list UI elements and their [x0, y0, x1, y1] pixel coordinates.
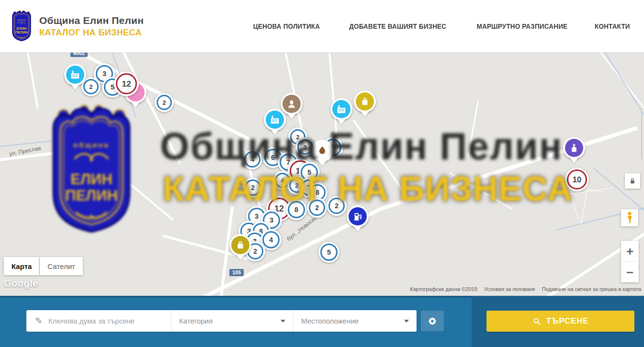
advanced-search-button[interactable]: [421, 311, 444, 331]
site-header: Община Елин Пелин КАТАЛОГ НА БИЗНЕСА ЦЕН…: [0, 0, 644, 53]
map-cluster-marker[interactable]: 2: [155, 93, 174, 112]
cluster-count: 3: [102, 70, 106, 78]
map-cluster-marker[interactable]: 2: [327, 196, 347, 216]
map-cluster-marker[interactable]: 2: [307, 198, 327, 218]
cluster-count: 2: [251, 184, 255, 191]
zoom-control: + −: [621, 241, 639, 282]
pin-category-icon: [282, 95, 301, 113]
keyword-input[interactable]: [48, 317, 171, 325]
lock-button[interactable]: [625, 173, 640, 189]
road-badge: 105: [229, 269, 244, 276]
pencil-icon: ✎: [35, 315, 43, 326]
municipality-crest-icon: [11, 10, 33, 43]
cluster-count: 2: [335, 202, 339, 210]
map-cluster-marker[interactable]: 10: [565, 168, 589, 191]
nav-item[interactable]: КОНТАКТИ: [595, 22, 630, 30]
pin-category-icon: [313, 142, 331, 160]
cluster-count: 6: [271, 154, 275, 161]
map-pin-marker[interactable]: [347, 205, 369, 227]
pin-category-icon: [349, 207, 367, 225]
google-logo: Google: [4, 278, 38, 289]
category-label: Категория: [179, 317, 213, 325]
cluster-count: 2: [295, 182, 298, 189]
main-nav: ЦЕНОВА ПОЛИТИКАДОБАВЕТЕ ВАШИЯТ БИЗНЕСМАР…: [249, 0, 632, 52]
pin-category-icon: [356, 92, 374, 111]
map-cluster-marker[interactable]: 2: [243, 178, 263, 198]
map-pin-marker[interactable]: [354, 90, 376, 112]
map-cluster-marker[interactable]: 5: [318, 242, 339, 263]
attribution-link[interactable]: Картографски данни ©2019: [410, 286, 477, 292]
cluster-count: 3: [270, 216, 273, 224]
site-logo[interactable]: Община Елин Пелин КАТАЛОГ НА БИЗНЕСА: [11, 10, 144, 43]
map-pin-marker[interactable]: [64, 64, 86, 86]
cluster-count: 4: [269, 236, 273, 244]
zoom-out-button[interactable]: −: [621, 262, 639, 282]
cluster-count: 5: [327, 248, 331, 256]
zoom-in-button[interactable]: +: [621, 241, 639, 261]
map-pin-marker[interactable]: [229, 234, 251, 256]
nav-item[interactable]: МАРШРУТНО РАЗПИСАНИЕ: [477, 22, 568, 30]
google-map[interactable]: 6002105 ул. Преславбул. „Новоселци“: [0, 53, 644, 296]
pin-category-icon: [332, 100, 350, 118]
category-dropdown[interactable]: Категория: [171, 310, 293, 332]
cluster-count: 4: [250, 156, 254, 163]
map-pin-marker[interactable]: [330, 98, 352, 120]
location-dropdown[interactable]: Местоположение: [293, 310, 417, 332]
site-subtitle: КАТАЛОГ НА БИЗНЕСА: [39, 28, 144, 38]
cluster-count: 2: [315, 204, 319, 212]
attribution-link[interactable]: Подаване на сигнал за грешка в картата: [542, 286, 641, 292]
cluster-count: 4: [281, 177, 284, 184]
cluster-count: 2: [162, 99, 166, 106]
search-icon: [532, 317, 542, 326]
road-badge: 6002: [70, 53, 88, 57]
cluster-count: 3: [255, 213, 259, 220]
map-cluster-marker[interactable]: 8: [286, 199, 307, 220]
cluster-count: 5: [307, 168, 311, 176]
search-bar: ✎ Категория Местоположение ТЪРСЕНЕ: [0, 296, 644, 347]
nav-item[interactable]: ЦЕНОВА ПОЛИТИКА: [253, 22, 320, 30]
chevron-down-icon: [404, 320, 409, 323]
lock-icon: [628, 177, 637, 185]
chevron-down-icon: [281, 320, 285, 323]
cluster-count: 3: [303, 144, 306, 151]
map-type-control: Карта Сателит: [4, 257, 83, 275]
site-title: Община Елин Пелин: [39, 15, 144, 26]
map-cluster-marker[interactable]: 4: [242, 149, 262, 169]
map-type-map-button[interactable]: Карта: [4, 257, 39, 275]
attribution-link[interactable]: Условия за ползване: [484, 286, 535, 292]
cluster-count: 12: [122, 79, 131, 89]
pin-category-icon: [266, 111, 284, 129]
pin-category-icon: [565, 139, 583, 157]
map-pin-marker[interactable]: [264, 109, 286, 131]
map-pin-marker[interactable]: [281, 93, 303, 115]
map-attribution: Картографски данни ©2019Условия за ползв…: [410, 286, 641, 292]
cluster-count: 2: [89, 83, 92, 90]
nav-item[interactable]: ДОБАВЕТЕ ВАШИЯТ БИЗНЕС: [349, 22, 446, 30]
markers-layer: 32512223546713542782128223338342510: [0, 53, 644, 296]
street-view-pegman-button[interactable]: [621, 209, 638, 226]
search-button[interactable]: ТЪРСЕНЕ: [486, 311, 634, 332]
cluster-count: 8: [316, 189, 319, 196]
map-type-satellite-button[interactable]: Сателит: [40, 257, 83, 275]
pin-category-icon: [66, 66, 84, 84]
search-box: ✎ Категория Местоположение: [26, 310, 417, 332]
map-pin-marker[interactable]: [311, 140, 333, 162]
gear-icon: [426, 315, 439, 327]
search-button-label: ТЪРСЕНЕ: [546, 316, 589, 326]
cluster-count: 8: [294, 206, 298, 213]
location-label: Местоположение: [301, 317, 359, 325]
map-cluster-marker[interactable]: 12: [114, 71, 139, 96]
pin-category-icon: [231, 236, 249, 254]
keyword-field[interactable]: ✎: [26, 310, 171, 332]
map-pin-marker[interactable]: [563, 137, 585, 159]
pegman-icon: [623, 211, 636, 224]
cluster-count: 2: [253, 247, 257, 255]
cluster-count: 10: [573, 175, 581, 184]
